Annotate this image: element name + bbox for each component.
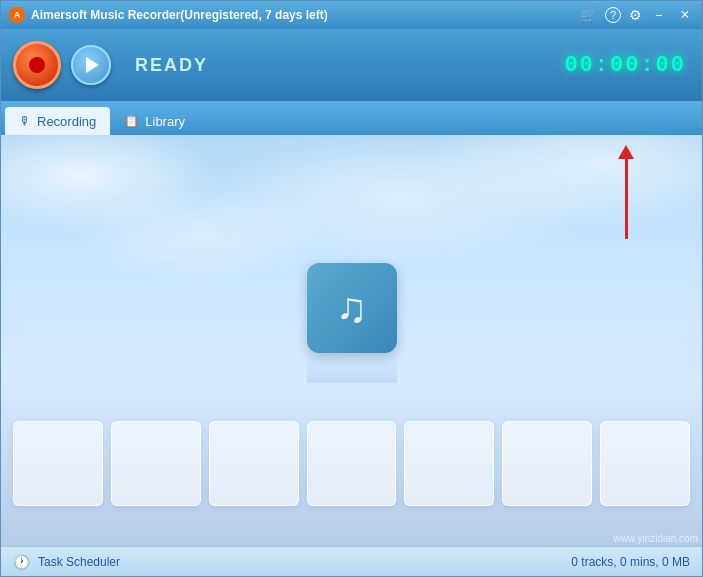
music-note-icon: ♫ — [336, 284, 368, 332]
watermark: www.yinzidian.com — [614, 533, 698, 544]
close-button[interactable]: × — [676, 6, 694, 24]
play-icon — [86, 57, 99, 73]
music-icon-area: ♫ — [307, 263, 397, 383]
task-scheduler-label[interactable]: Task Scheduler — [38, 555, 563, 569]
settings-icon[interactable]: ⚙ — [629, 7, 642, 23]
thumbnail-2 — [111, 421, 201, 506]
thumbnail-7 — [600, 421, 690, 506]
tab-recording[interactable]: 🎙 Recording — [5, 107, 110, 135]
timer-display: 00:00:00 — [564, 53, 686, 78]
arrow-head — [618, 145, 634, 159]
app-logo: A — [9, 7, 25, 23]
clock-icon: 🕐 — [13, 554, 30, 570]
main-content: ♫ www.yinzidian.com — [1, 135, 702, 546]
toolbar: READY 00:00:00 — [1, 29, 702, 101]
title-bar: A Aimersoft Music Recorder(Unregistered,… — [1, 1, 702, 29]
tab-library[interactable]: 📋 Library — [110, 107, 199, 135]
timer-arrow — [618, 145, 634, 239]
cart-icon[interactable]: 🛒 — [580, 7, 597, 23]
minimize-button[interactable]: − — [650, 6, 668, 24]
thumbnail-3 — [209, 421, 299, 506]
library-tab-icon: 📋 — [124, 114, 139, 128]
arrow-line — [625, 159, 628, 239]
thumbnail-row — [13, 421, 690, 506]
tab-recording-label: Recording — [37, 114, 96, 129]
thumbnail-1 — [13, 421, 103, 506]
title-bar-controls: 🛒 ? ⚙ − × — [580, 6, 694, 24]
window-title: Aimersoft Music Recorder(Unregistered, 7… — [31, 8, 328, 22]
status-display: READY — [135, 55, 208, 76]
thumbnail-5 — [404, 421, 494, 506]
play-button[interactable] — [71, 45, 111, 85]
music-icon-reflection — [307, 353, 397, 383]
tab-library-label: Library — [145, 114, 185, 129]
thumbnail-6 — [502, 421, 592, 506]
title-bar-left: A Aimersoft Music Recorder(Unregistered,… — [9, 7, 328, 23]
app-window: A Aimersoft Music Recorder(Unregistered,… — [0, 0, 703, 577]
status-bar: 🕐 Task Scheduler 0 tracks, 0 mins, 0 MB — [1, 546, 702, 576]
tab-bar: 🎙 Recording 📋 Library — [1, 101, 702, 135]
stats-display: 0 tracks, 0 mins, 0 MB — [571, 555, 690, 569]
help-icon[interactable]: ? — [605, 7, 621, 23]
record-button-inner — [29, 57, 45, 73]
recording-tab-icon: 🎙 — [19, 114, 31, 128]
thumbnail-4 — [307, 421, 397, 506]
music-icon-box: ♫ — [307, 263, 397, 353]
record-button[interactable] — [13, 41, 61, 89]
